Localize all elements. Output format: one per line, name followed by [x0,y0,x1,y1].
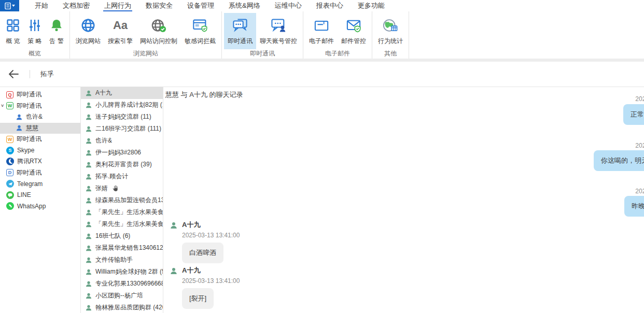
ribbon-item-policy[interactable]: 策 略 [24,13,46,49]
conversation-label: 绿森果品加盟连锁会员13... [95,196,163,205]
contact-icon [85,209,92,216]
tab-report-center[interactable]: 报表中心 [309,0,351,11]
page-subheader: 拓孚 [0,62,644,87]
outgoing-message-bubble[interactable]: 正常 [623,104,644,125]
conversation-row[interactable]: 送子妈妈交流群 (11) [81,111,163,123]
contact-icon [85,102,92,109]
ribbon-item-instant-messaging[interactable]: 即时通讯 [224,13,256,49]
conversation-row[interactable]: 拓孚.顾会计 [81,170,163,182]
ribbon-item-chat-account-control[interactable]: 聊天账号管控 [256,13,301,49]
ribbon-group-label: 即时通讯 [222,49,303,59]
ribbon-item-alert[interactable]: 告 警 [46,13,67,49]
app-menu-button[interactable] [0,0,19,11]
conversation-row[interactable]: 也许& [81,135,163,147]
ribbon-item-sensitive-word-block[interactable]: 敏感词拦截 [181,13,219,49]
conversation-row[interactable]: William妈全球好物 2群 (5... [81,266,163,278]
incoming-message-bubble[interactable]: [裂开] [182,288,214,309]
ribbon-item-site-access-control[interactable]: 网站访问控制 [136,13,181,49]
ribbon-item-search-engine[interactable]: Aa 搜索引擎 [104,13,136,49]
qq-app-icon: Q [6,91,13,98]
conversation-label: 拓孚.顾会计 [95,172,128,181]
conversation-row[interactable]: 翰林雅居品质团购群 (420) [81,302,163,313]
ribbon: 概 览 策 略 告 警 概览 浏览网站 [0,11,644,59]
ribbon-item-overview[interactable]: 概 览 [2,13,24,49]
sidebar-item-skype[interactable]: S Skype [0,145,80,156]
tab-internet-behavior[interactable]: 上网行为 [97,0,138,11]
aa-text-icon: Aa [113,16,128,35]
person-icon [16,124,23,132]
conversation-row[interactable]: 小儿脾胃养成计划82期 (120) [81,99,163,111]
contact-icon [85,149,92,156]
conversation-row[interactable]: 伊一妈妈3#2806 [81,147,163,159]
tab-system-network[interactable]: 系统&网络 [221,0,268,11]
sidebar-item-label: 腾讯RTX [17,157,42,166]
ribbon-group-label: 浏览网站 [70,49,221,59]
conversation-row[interactable]: 绿森果品加盟连锁会员13... [81,194,163,206]
back-button[interactable] [7,67,20,81]
sidebar-item-line[interactable]: LINE [0,190,80,201]
ribbon-item-behavior-stats[interactable]: 行为统计 [374,13,407,49]
ribbon-item-label: 即时通讯 [228,37,253,46]
message-timestamp: 2025- [635,188,644,195]
tab-more-features[interactable]: 更多功能 [351,0,392,11]
tab-data-security[interactable]: 数据安全 [138,0,180,11]
tab-doc-encryption[interactable]: 文档加密 [55,0,97,11]
whatsapp-app-icon [6,202,14,210]
contact-icon [85,90,92,97]
sidebar-item-label: Skype [17,147,34,154]
ribbon-item-label: 策 略 [27,37,41,46]
ribbon-item-label: 敏感词拦截 [185,37,216,46]
contact-icon [85,173,92,180]
conversation-row[interactable]: 16班七队 (6) [81,230,163,242]
conversation-row[interactable]: 专业化郭果13309696668 [81,278,163,290]
contact-icon [85,113,92,121]
conversation-row[interactable]: 小区团购--杨广培 [81,290,163,302]
incoming-message-bubble[interactable]: 白酒啤酒 [182,243,223,263]
conversation-row[interactable]: A十九 [81,87,163,99]
sidebar-item-im-wechat[interactable]: ∨ W 即时通讯 [0,101,80,112]
conversation-row[interactable]: 张婧 [81,182,163,194]
cursor-hand-icon [111,184,119,192]
sidebar-item-whatsapp[interactable]: WhatsApp [0,201,80,212]
outgoing-message-bubble[interactable]: 昨晚 [624,196,644,217]
ribbon-item-mail-control[interactable]: 邮件管控 [338,13,370,49]
tab-device-management[interactable]: 设备管理 [180,0,221,11]
contact-icon [85,197,92,204]
ribbon-item-label: 邮件管控 [341,37,366,46]
sidebar-item-im-dingtalk[interactable]: D 即时通讯 [0,167,80,179]
ribbon-group-label: 其他 [372,49,409,59]
header-divider [30,70,30,78]
avatar [170,267,178,309]
conversation-row[interactable]: 「果先生」生活水果美食3... [81,206,163,218]
tab-ops-center[interactable]: 运维中心 [268,0,309,11]
sidebar-item-telegram[interactable]: Telegram [0,178,80,190]
sidebar-item-tencent-rtx[interactable]: 腾讯RTX [0,156,80,167]
conversation-row[interactable]: 张晨晨华龙销售13406127... [81,242,163,254]
outgoing-message-bubble[interactable]: 你这喝的，明天 [594,150,644,171]
conversation-label: 翰林雅居品质团购群 (420) [95,303,163,312]
sidebar-item-account-huihui[interactable]: 慧慧 [0,123,80,134]
ribbon-item-email[interactable]: 电子邮件 [305,13,338,49]
window-shield-icon [192,16,208,35]
globe-icon [80,16,96,35]
ribbon-group-label: 概览 [0,49,69,59]
conversation-label: 16班七队 (6) [95,232,130,240]
sidebar-item-account-yexu[interactable]: 也许& [0,111,80,123]
conversation-row[interactable]: 文件传输助手 [81,254,163,266]
wecom-app-icon: W [6,136,13,143]
tab-start[interactable]: 开始 [27,0,55,11]
ribbon-item-browse-sites[interactable]: 浏览网站 [72,13,104,49]
chevron-expanded-icon[interactable]: ∨ [1,103,4,108]
ribbon-item-label: 网站访问控制 [140,37,177,46]
sidebar-item-im-wecom[interactable]: W 即时通讯 [0,134,80,145]
contact-icon [85,137,92,145]
ribbon-group-label: 电子邮件 [303,49,372,59]
conversation-list: A十九 小儿脾胃养成计划82期 (120) 送子妈妈交流群 (11) 二16班学… [80,87,163,313]
conversation-row[interactable]: 「果先生」生活水果美食3... [81,218,163,230]
conversation-row[interactable]: 奥利花开富贵群 (39) [81,159,163,170]
sidebar-item-label: 即时通讯 [17,90,41,99]
sidebar-item-im-qq[interactable]: Q 即时通讯 [0,89,80,101]
conversation-row[interactable]: 二16班学习交流群 (111) [81,123,163,135]
chat-history-panel: 慧慧 与 A十九 的聊天记录 2025- 正常 2025- 你这喝的，明天 20… [163,87,644,313]
conversation-label: A十九 [95,89,112,97]
